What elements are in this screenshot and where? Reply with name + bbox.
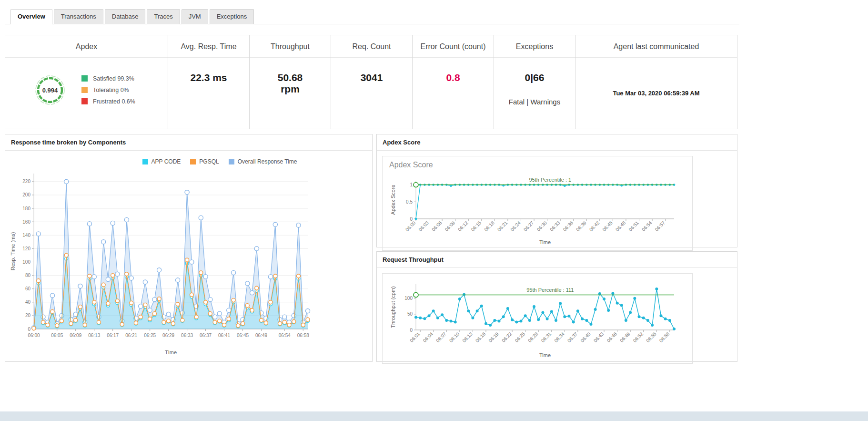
- data-point[interactable]: [296, 223, 301, 227]
- data-point[interactable]: [83, 323, 87, 327]
- data-point[interactable]: [55, 324, 59, 328]
- data-point[interactable]: [185, 258, 189, 262]
- data-point[interactable]: [124, 217, 129, 222]
- data-point[interactable]: [659, 314, 662, 317]
- data-point[interactable]: [278, 322, 282, 326]
- data-point[interactable]: [199, 271, 203, 275]
- tab-jvm[interactable]: JVM: [182, 9, 208, 24]
- data-point[interactable]: [250, 291, 254, 295]
- data-point[interactable]: [115, 299, 119, 303]
- data-point[interactable]: [130, 301, 133, 305]
- data-point[interactable]: [585, 319, 588, 322]
- data-point[interactable]: [576, 309, 579, 312]
- data-point[interactable]: [254, 246, 259, 251]
- data-point[interactable]: [445, 319, 448, 322]
- scrollbar-horizontal[interactable]: [0, 411, 868, 421]
- data-point[interactable]: [633, 297, 636, 300]
- data-point[interactable]: [415, 218, 417, 220]
- data-point[interactable]: [185, 190, 189, 195]
- data-point[interactable]: [125, 272, 129, 276]
- data-point[interactable]: [97, 320, 101, 324]
- data-point[interactable]: [167, 319, 171, 323]
- data-point[interactable]: [217, 311, 222, 316]
- data-point[interactable]: [419, 317, 422, 319]
- data-point[interactable]: [152, 312, 156, 316]
- data-point[interactable]: [74, 318, 78, 322]
- data-point[interactable]: [625, 319, 627, 322]
- data-point[interactable]: [92, 275, 96, 279]
- data-point[interactable]: [190, 260, 194, 264]
- data-point[interactable]: [458, 298, 461, 300]
- data-point[interactable]: [213, 315, 217, 319]
- data-point[interactable]: [642, 317, 645, 319]
- data-point[interactable]: [646, 319, 649, 322]
- data-point[interactable]: [502, 315, 505, 318]
- tab-database[interactable]: Database: [105, 9, 146, 24]
- tab-traces[interactable]: Traces: [147, 9, 180, 24]
- data-point[interactable]: [511, 318, 514, 321]
- data-point[interactable]: [620, 304, 623, 307]
- data-point[interactable]: [607, 309, 610, 312]
- legend-item[interactable]: Satisfied 99.3%: [81, 75, 135, 82]
- legend-item[interactable]: Frustrated 0.6%: [81, 98, 135, 105]
- data-point[interactable]: [232, 270, 236, 275]
- data-point[interactable]: [480, 305, 483, 308]
- data-point[interactable]: [515, 320, 518, 323]
- data-point[interactable]: [305, 309, 310, 313]
- data-point[interactable]: [129, 276, 133, 280]
- data-point[interactable]: [92, 300, 96, 304]
- data-point[interactable]: [306, 318, 310, 321]
- data-point[interactable]: [273, 274, 277, 278]
- data-point[interactable]: [594, 308, 597, 311]
- data-point[interactable]: [148, 308, 152, 312]
- data-point[interactable]: [37, 279, 40, 283]
- data-point[interactable]: [152, 298, 157, 302]
- data-point[interactable]: [245, 304, 249, 308]
- data-point[interactable]: [255, 286, 259, 290]
- data-point[interactable]: [199, 216, 203, 220]
- data-point[interactable]: [64, 179, 69, 184]
- data-point[interactable]: [563, 315, 566, 318]
- data-point[interactable]: [638, 315, 641, 318]
- data-point[interactable]: [467, 309, 470, 312]
- data-point[interactable]: [283, 320, 286, 324]
- data-point[interactable]: [50, 293, 54, 298]
- data-point[interactable]: [287, 323, 291, 327]
- data-point[interactable]: [64, 253, 68, 257]
- data-point[interactable]: [213, 320, 217, 324]
- data-point[interactable]: [506, 307, 509, 310]
- data-point[interactable]: [603, 298, 606, 300]
- data-point[interactable]: [32, 327, 36, 330]
- data-point[interactable]: [171, 322, 175, 326]
- data-point[interactable]: [78, 284, 82, 288]
- data-point[interactable]: [134, 321, 138, 325]
- data-point[interactable]: [50, 310, 54, 314]
- data-point[interactable]: [69, 322, 73, 326]
- data-point[interactable]: [203, 275, 208, 279]
- data-point[interactable]: [79, 305, 82, 309]
- data-point[interactable]: [236, 324, 240, 328]
- data-point[interactable]: [157, 268, 161, 272]
- data-point[interactable]: [546, 318, 549, 320]
- data-point[interactable]: [106, 277, 110, 281]
- data-point[interactable]: [115, 272, 120, 276]
- data-point[interactable]: [139, 304, 143, 308]
- data-point[interactable]: [668, 319, 671, 322]
- data-point[interactable]: [204, 300, 208, 304]
- data-point[interactable]: [590, 323, 593, 326]
- data-point[interactable]: [227, 317, 231, 321]
- data-point[interactable]: [264, 321, 268, 325]
- data-point[interactable]: [432, 309, 435, 312]
- data-point[interactable]: [245, 281, 250, 286]
- data-point[interactable]: [101, 240, 106, 244]
- legend-item[interactable]: APP CODE: [142, 158, 181, 165]
- data-point[interactable]: [111, 221, 115, 225]
- data-point[interactable]: [441, 313, 444, 316]
- data-point[interactable]: [88, 274, 91, 278]
- data-point[interactable]: [655, 288, 658, 290]
- data-point[interactable]: [190, 293, 193, 297]
- data-point[interactable]: [218, 319, 222, 323]
- tab-overview[interactable]: Overview: [10, 9, 52, 24]
- data-point[interactable]: [550, 310, 553, 313]
- data-point[interactable]: [176, 278, 180, 282]
